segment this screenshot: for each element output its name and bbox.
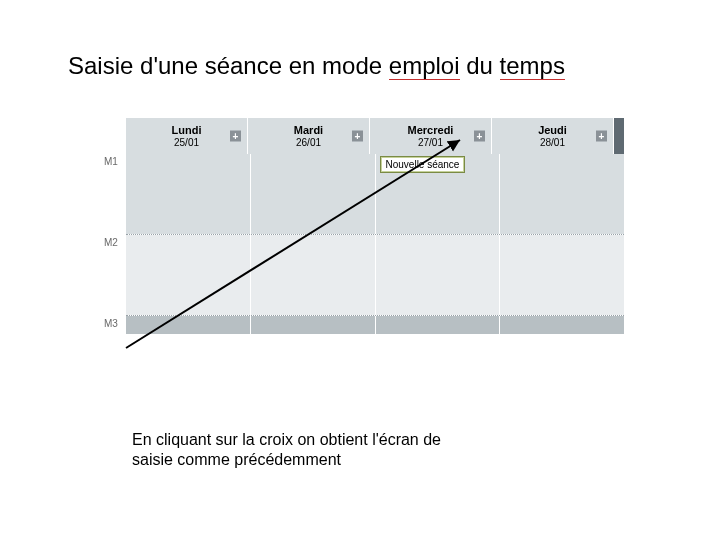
day-header-text: Mardi 26/01 <box>294 124 323 147</box>
day-header-text: Jeudi 28/01 <box>538 124 567 147</box>
schedule-cell[interactable] <box>251 154 376 234</box>
schedule-grid: Lundi 25/01 + Mardi 26/01 + Mercredi 27/… <box>104 118 624 334</box>
schedule-row-m1: M1 Nouvelle séance <box>104 154 624 234</box>
plus-icon[interactable]: + <box>596 131 607 142</box>
day-header-mardi: Mardi 26/01 + <box>248 118 370 154</box>
schedule-cell[interactable] <box>126 235 251 315</box>
schedule-row-m2: M2 <box>104 235 624 315</box>
day-header-mercredi: Mercredi 27/01 + <box>370 118 492 154</box>
day-date: 27/01 <box>408 137 454 148</box>
row-label: M3 <box>104 316 126 334</box>
day-header-lundi: Lundi 25/01 + <box>126 118 248 154</box>
title-prefix: Saisie d'une séance en mode <box>68 52 389 79</box>
title-mid: du <box>460 52 500 79</box>
day-header-jeudi: Jeudi 28/01 + <box>492 118 614 154</box>
day-date: 25/01 <box>172 137 202 148</box>
day-name: Lundi <box>172 124 202 136</box>
schedule-cell[interactable] <box>126 316 251 334</box>
title-underlined-1: emploi <box>389 52 460 80</box>
schedule-cell[interactable] <box>126 154 251 234</box>
schedule-cell[interactable] <box>500 316 624 334</box>
plus-icon[interactable]: + <box>230 131 241 142</box>
day-name: Mercredi <box>408 124 454 136</box>
row-label-spacer <box>104 118 126 154</box>
slide-title: Saisie d'une séance en mode emploi du te… <box>68 52 565 80</box>
schedule-cell[interactable] <box>376 316 501 334</box>
schedule-cell[interactable] <box>251 235 376 315</box>
header-end-sliver <box>614 118 624 154</box>
schedule-cell[interactable]: Nouvelle séance <box>376 154 501 234</box>
day-date: 26/01 <box>294 137 323 148</box>
schedule-row-m3: M3 <box>104 316 624 334</box>
day-name: Mardi <box>294 124 323 136</box>
row-label: M1 <box>104 154 126 234</box>
day-date: 28/01 <box>538 137 567 148</box>
plus-icon[interactable]: + <box>474 131 485 142</box>
schedule-cell[interactable] <box>500 235 624 315</box>
schedule-cell[interactable] <box>500 154 624 234</box>
schedule-cell[interactable] <box>251 316 376 334</box>
title-underlined-2: temps <box>500 52 565 80</box>
schedule-header-row: Lundi 25/01 + Mardi 26/01 + Mercredi 27/… <box>104 118 624 154</box>
row-label: M2 <box>104 235 126 315</box>
schedule-cell[interactable] <box>376 235 501 315</box>
new-session-tooltip: Nouvelle séance <box>380 156 466 173</box>
day-name: Jeudi <box>538 124 567 136</box>
day-header-text: Lundi 25/01 <box>172 124 202 147</box>
plus-icon[interactable]: + <box>352 131 363 142</box>
slide-caption: En cliquant sur la croix on obtient l'éc… <box>132 430 472 470</box>
day-header-text: Mercredi 27/01 <box>408 124 454 147</box>
